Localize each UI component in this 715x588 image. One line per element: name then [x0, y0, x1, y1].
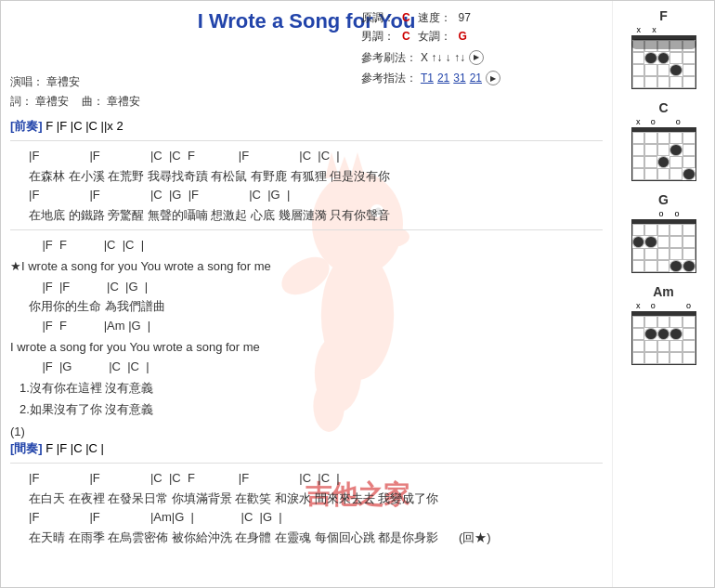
- section3: |F |F |C |C F |F |C |C | 在白天 在夜裡 在發呆日常 你…: [10, 469, 603, 547]
- prelude-label: [前奏]: [10, 119, 43, 133]
- female-key-label: 女調：: [418, 27, 451, 46]
- song-title: I Wrote a Song for You: [10, 8, 603, 35]
- section1-chord-line2: |F |F |C |G |F |C |G |: [10, 186, 603, 205]
- lyrics-author: 章禮安: [35, 95, 69, 108]
- section2-chord2: |F |F |C |G |: [10, 278, 603, 297]
- section2-chord1: |F F |C |C |: [10, 236, 603, 255]
- finger-link-21b[interactable]: 21: [470, 69, 482, 87]
- section3-chord1: |F |F |C |C F |F |C |C |: [10, 469, 603, 489]
- female-key-value: G: [459, 27, 467, 46]
- singer-label: 演唱：: [10, 75, 44, 88]
- chord-top-C: xoo: [631, 117, 696, 126]
- male-key-value: C: [402, 27, 410, 46]
- chord-top-Am: xoo: [631, 301, 696, 310]
- section2-chord3: |F F |Am |G |: [10, 317, 603, 336]
- strum-play-button[interactable]: ▶: [469, 50, 484, 65]
- strum-symbols: X ↑↓ ↓ ↑↓: [421, 48, 465, 67]
- music-label: 曲：: [82, 95, 104, 108]
- interlude-label: [間奏]: [10, 441, 43, 455]
- meta-info: 原調： C 速度： 97 男調： C 女調： G 參考刷法： X ↑↓ ↓ ↑↓…: [361, 8, 500, 88]
- finger-link-31[interactable]: 31: [453, 69, 465, 87]
- end-marker: (回★): [459, 530, 491, 544]
- finger-link-21[interactable]: 21: [437, 69, 449, 87]
- speed-value: 97: [459, 8, 471, 27]
- chord-name-C: C: [618, 100, 708, 115]
- male-key-label: 男調：: [361, 27, 395, 46]
- chord-diagram-Am: Am xoo: [618, 284, 708, 365]
- section3-lyric2: 在天晴 在雨季 在烏雲密佈 被你給沖洗 在身體 在靈魂 每個回心跳 都是你身影 …: [10, 529, 603, 547]
- original-key-label: 原調：: [361, 8, 395, 27]
- strum-label: 參考刷法：: [361, 48, 417, 67]
- chord-name-F: F: [618, 8, 708, 23]
- number-list: 1.沒有你在這裡 沒有意義 2.如果沒有了你 沒有意義: [10, 377, 603, 421]
- section1-lyric2: 在地底 的鐵路 旁驚醒 無聲的囁喃 想激起 心底 幾層漣漪 只有你聲音: [10, 206, 603, 225]
- finger-label: 參考指法：: [361, 69, 417, 87]
- section1-lyric1: 在森林 在小溪 在荒野 我尋找奇蹟 有松鼠 有野鹿 有狐狸 但是沒有你: [10, 167, 603, 186]
- section2-star-lyric: ★I wrote a song for you You wrote a song…: [10, 257, 603, 276]
- section1: |F |F |C |C F |F |C |C | 在森林 在小溪 在荒野 我尋找…: [10, 147, 603, 225]
- singer-name: 章禮安: [46, 75, 80, 88]
- original-key-value: C: [402, 8, 410, 27]
- interlude-section: [間奏] F |F |C |C |: [10, 440, 603, 457]
- section2-lyric-chinese: 你用你的生命 為我們譜曲: [10, 297, 603, 316]
- finger-play-button[interactable]: ▶: [486, 71, 500, 85]
- section3-chord2: |F |F |Am|G | |C |G |: [10, 508, 603, 528]
- section1-chord-line1: |F |F |C |C F |F |C |C |: [10, 147, 603, 166]
- prelude-section: [前奏] F |F |C |C ||x 2: [10, 118, 603, 135]
- chord-diagram-C: C xoo: [618, 100, 708, 181]
- chord-name-Am: Am: [618, 284, 708, 299]
- chord-diagram-G: G oo: [618, 192, 708, 273]
- lyrics-label: 詞：: [10, 95, 32, 108]
- prelude-chords: F |F |C |C ||x 2: [46, 119, 123, 133]
- interlude-chords: F |F |C |C |: [46, 441, 104, 455]
- list-item-2: 2.如果沒有了你 沒有意義: [20, 399, 603, 420]
- section2: |F F |C |C | ★I wrote a song for you You…: [10, 236, 603, 420]
- speed-label: 速度：: [418, 8, 451, 27]
- finger-link-t1[interactable]: T1: [421, 69, 434, 87]
- section2-repeat-lyric: I wrote a song for you You wrote a song …: [10, 338, 603, 357]
- performer-info: 演唱： 章禮安 詞： 章禮安 曲： 章禮安: [10, 72, 603, 112]
- chord-name-G: G: [618, 192, 708, 207]
- music-author: 章禮安: [107, 95, 140, 108]
- section2-chord4: |F |G |C |C |: [10, 358, 603, 377]
- chord-top-F: xx: [631, 25, 696, 34]
- section3-lyric1: 在白天 在夜裡 在發呆日常 你填滿背景 在歡笑 和淚水 間來來去去 我變成了你: [10, 490, 603, 508]
- chord-top-G: oo: [631, 209, 696, 218]
- chord-diagram-F: F xx: [618, 8, 708, 89]
- paren-marker: (1): [10, 425, 603, 438]
- chord-diagrams-panel: F xx C xoo: [612, 1, 714, 587]
- list-item-1: 1.沒有你在這裡 沒有意義: [20, 377, 603, 399]
